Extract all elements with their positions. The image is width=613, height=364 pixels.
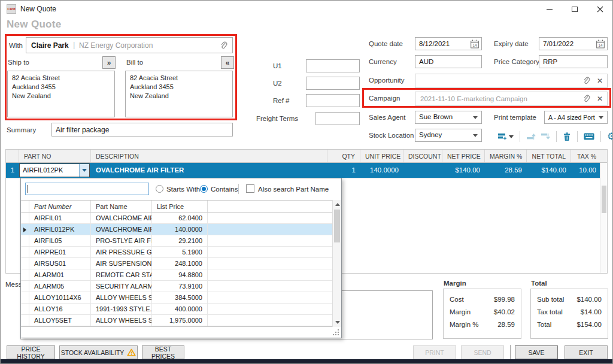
maximize-button[interactable]: [562, 1, 587, 17]
price-history-button[interactable]: PRICE HISTORY: [7, 345, 55, 359]
calendar-icon[interactable]: 14: [596, 40, 605, 50]
bill-to-address[interactable]: 82 Acacia Street Auckland 3455 New Zeala…: [125, 71, 233, 117]
picker-part-name: PRO-STLYE AIR FIL...: [91, 235, 152, 246]
line-item-row-selected[interactable]: 1 OVALCHROME AIR FILTER 1 140.0000 $140.…: [6, 163, 607, 178]
grid-header-discount[interactable]: DISCOUNT %: [403, 150, 442, 162]
close-icon: [597, 6, 603, 13]
grid-header-margin[interactable]: MARGIN %: [485, 150, 527, 162]
clear-icon[interactable]: ✕: [597, 95, 603, 103]
move-row-down-button[interactable]: [538, 129, 553, 144]
scroll-up-icon[interactable]: [335, 203, 340, 206]
picker-row[interactable]: AIRFIL01OVALCHROME AIR...62.0400: [21, 213, 333, 224]
link-icon[interactable]: [582, 95, 590, 105]
ship-to-label: Ship to: [8, 59, 29, 66]
ref-input[interactable]: [306, 94, 360, 107]
part-no-combo-editor[interactable]: AIRFIL012PK: [19, 163, 90, 177]
picker-row-selected[interactable]: AIRFIL012PKOVALCHROME AIR...140.0000: [21, 224, 333, 235]
expiry-date-input[interactable]: 7/01/2022 14: [539, 37, 608, 50]
u1-input[interactable]: [306, 59, 360, 72]
cell-tax: 10.00: [571, 163, 601, 178]
link-icon[interactable]: [582, 77, 590, 87]
picker-header-list-price[interactable]: List Price: [152, 201, 208, 212]
with-field[interactable]: Claire Park | NZ Energy Corporation: [26, 37, 233, 53]
freight-terms-input[interactable]: [315, 112, 360, 125]
summary-input[interactable]: [51, 123, 233, 136]
delete-row-button[interactable]: [560, 129, 573, 144]
picker-header-part-number[interactable]: Part Number: [29, 201, 91, 212]
picker-header-part-name[interactable]: Part Name: [91, 201, 152, 212]
picker-row[interactable]: AIRFIL05PRO-STLYE AIR FIL...29.2100: [21, 235, 333, 247]
also-search-checkbox[interactable]: [246, 184, 254, 193]
grid-vertical-scrollbar[interactable]: [600, 163, 607, 273]
grid-header-unit-price[interactable]: UNIT PRICE: [360, 150, 403, 162]
grid-header-description[interactable]: DESCRIPTION: [91, 150, 327, 162]
picker-spacer-cell: [208, 292, 333, 303]
row-selector-cell: [21, 292, 29, 303]
grid-header-net-price[interactable]: NET PRICE: [442, 150, 485, 162]
picker-row[interactable]: AIRSUS01AIR SUSPENSION248.1000: [21, 258, 333, 269]
grid-header-tax[interactable]: TAX %: [571, 150, 601, 162]
print-template-dropdown[interactable]: A - A4 sized Port: [544, 111, 608, 124]
ship-to-address[interactable]: 82 Acacia Street Auckland 3455 New Zeala…: [7, 71, 115, 117]
stock-location-dropdown[interactable]: Sydney: [415, 129, 482, 142]
scrollbar-thumb[interactable]: [602, 186, 606, 213]
picker-row[interactable]: ALARM01REMOTE CAR STAR...94.8800: [21, 269, 333, 281]
campaign-label: Campaign: [369, 95, 400, 102]
part-no-value: AIRFIL012PK: [23, 166, 63, 174]
grid-header-qty[interactable]: QTY: [327, 150, 360, 162]
save-button[interactable]: SAVE: [515, 345, 558, 359]
sales-agent-dropdown[interactable]: Sue Brown: [415, 111, 482, 124]
scrollbar-thumb[interactable]: [334, 210, 340, 242]
combo-dropdown-button[interactable]: [79, 164, 89, 177]
stock-location-label: Stock Location: [369, 132, 414, 139]
grid-header-part-no[interactable]: PART NO: [19, 150, 91, 162]
part-search-input[interactable]: [25, 183, 149, 195]
minimize-button[interactable]: [537, 1, 562, 17]
price-category-input[interactable]: RRP: [539, 55, 608, 68]
picker-spacer-cell: [208, 235, 333, 246]
campaign-field[interactable]: 2021-11-10 E-marketing Campaign ✕: [415, 92, 608, 106]
toolbar-divider: [520, 131, 520, 142]
picker-list-price: 29.2100: [152, 235, 208, 246]
add-row-button[interactable]: [495, 129, 516, 144]
margin-box-title: Margin: [444, 280, 466, 287]
best-prices-button[interactable]: BEST PRICES: [142, 345, 184, 359]
chevron-down-icon: [473, 134, 478, 137]
settings-button[interactable]: ⚙: [605, 129, 613, 144]
cell-net-price: $140.00: [442, 163, 485, 178]
copy-to-bill-button[interactable]: »: [102, 56, 116, 69]
u2-input[interactable]: [306, 77, 360, 90]
margin-margin-label: Margin: [450, 308, 471, 316]
row-selector-cell: [21, 224, 29, 235]
picker-row[interactable]: ALARM05SECURITY ALARM73.9100: [21, 281, 333, 292]
exit-button[interactable]: EXIT: [565, 345, 608, 359]
picker-part-number: ALARM05: [29, 281, 91, 292]
contains-radio[interactable]: [200, 185, 208, 193]
calendar-icon[interactable]: 14: [471, 40, 479, 50]
starts-with-radio[interactable]: [156, 185, 163, 193]
close-button[interactable]: [587, 1, 612, 17]
move-row-up-button[interactable]: [524, 129, 538, 144]
grid-header-net-total[interactable]: NET TOTAL: [527, 150, 571, 162]
picker-row[interactable]: ALLOY10114X6ALLOY WHEELS ST...384.5000: [21, 292, 333, 304]
quote-date-input[interactable]: 8/12/2021 14: [415, 37, 482, 50]
picker-row[interactable]: ALLOY161991-1993 STYLE...400.0000: [21, 304, 333, 315]
resize-grip-icon[interactable]: [333, 329, 339, 336]
link-icon[interactable]: [220, 41, 227, 52]
print-button[interactable]: PRINT: [413, 345, 456, 359]
send-button[interactable]: SEND: [461, 345, 504, 359]
opportunity-field[interactable]: ✕: [415, 74, 608, 88]
picker-vertical-scrollbar[interactable]: [332, 200, 341, 327]
currency-input[interactable]: AUD: [415, 55, 482, 68]
total-box: Sub total$140.00 Tax total$14.00 Total$1…: [530, 289, 608, 339]
scroll-down-icon[interactable]: [335, 321, 340, 324]
picker-part-number: ALLOY16: [29, 304, 91, 314]
quote-date-value: 8/12/2021: [419, 40, 450, 47]
clear-icon[interactable]: ✕: [597, 77, 603, 85]
copy-to-ship-button[interactable]: «: [221, 56, 234, 69]
cell-discount: [403, 163, 442, 178]
stock-availability-button[interactable]: STOCK AVAILABILITY: [59, 345, 138, 359]
picker-row[interactable]: ALLOY5SETALLOY WHEELS ST...1,975.0000: [21, 315, 333, 326]
keyboard-button[interactable]: [581, 129, 597, 144]
picker-row[interactable]: AIRPRE01AIR PRESSURE GA...5.1900: [21, 247, 333, 258]
